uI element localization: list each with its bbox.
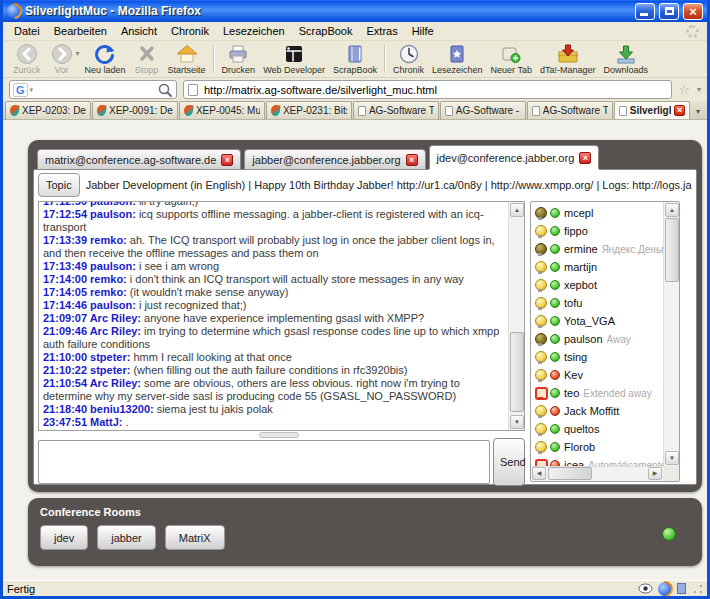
scroll-left-icon[interactable]: ◀ — [532, 467, 546, 480]
roster-scrollbar[interactable]: ▲ ▼ — [663, 202, 679, 466]
tab-favicon — [183, 104, 193, 116]
menu-item[interactable]: Hilfe — [405, 23, 441, 39]
forward-button[interactable]: Vor — [45, 42, 79, 76]
menu-item[interactable]: Datei — [7, 23, 47, 39]
menu-item[interactable]: Extras — [359, 23, 404, 39]
back-label: Zurück — [13, 65, 41, 75]
tab-favicon — [270, 104, 280, 116]
search-bar[interactable]: G ▾ — [9, 80, 177, 99]
roster-item[interactable]: Jack Moffitt — [531, 402, 663, 420]
browser-tab[interactable]: Silverligh... × — [614, 101, 690, 119]
scroll-down-icon[interactable]: ▼ — [510, 415, 524, 429]
downloads-button[interactable]: Downloads — [600, 42, 653, 76]
message-time-nick: 21:10:22 stpeter: — [43, 364, 130, 376]
scroll-right-icon[interactable]: ▶ — [648, 467, 662, 480]
status-text: Fertig — [7, 583, 633, 595]
tab-close-icon[interactable]: × — [674, 105, 685, 116]
roster-item[interactable]: Yota_VGA — [531, 312, 663, 330]
adblock-eye-icon[interactable] — [638, 583, 653, 594]
room-button[interactable]: jdev — [40, 525, 88, 550]
tab-list-dropdown-icon[interactable]: ▾ — [691, 103, 705, 119]
room-close-icon[interactable]: × — [579, 152, 591, 164]
roster-scroll-thumb[interactable] — [665, 218, 679, 282]
message-input[interactable] — [38, 440, 490, 484]
tab-favicon — [9, 104, 19, 116]
message-time-nick: 23:47:51 MattJ: — [43, 416, 122, 428]
menu-item[interactable]: Bearbeiten — [47, 23, 114, 39]
chat-scroll-thumb[interactable] — [510, 332, 524, 412]
bookmarks-button[interactable]: Lesezeichen — [428, 42, 487, 76]
roster-item[interactable]: fippo — [531, 222, 663, 240]
browser-tab[interactable]: AG-Software T... × — [353, 101, 439, 119]
roster-item[interactable]: Kev — [531, 366, 663, 384]
room-tab[interactable]: jdev@conference.jabber.org × — [429, 145, 600, 169]
roster-item[interactable]: martijn — [531, 258, 663, 276]
history-dropdown-icon[interactable]: ▾ — [76, 49, 80, 58]
firefox-status-icon[interactable] — [658, 582, 672, 596]
scrapbook-button[interactable]: ScrapBook — [329, 42, 381, 76]
webdeveloper-button[interactable]: Web Developer — [259, 42, 329, 76]
browser-tab[interactable]: AG-Software - ... × — [440, 101, 526, 119]
roster-item[interactable]: tsing — [531, 348, 663, 366]
reload-button[interactable]: Neu laden — [81, 42, 130, 76]
roster-item[interactable]: Florob — [531, 438, 663, 456]
roster-item[interactable]: teo Extended away — [531, 384, 663, 402]
chat-scrollbar[interactable]: ▲ ▼ — [508, 202, 524, 430]
stop-button[interactable]: Stopp — [130, 42, 164, 76]
url-input[interactable] — [202, 83, 667, 97]
roster-hscrollbar[interactable]: ◀ ▶ — [531, 466, 663, 481]
browser-tab[interactable]: AG-Software T... × — [527, 101, 613, 119]
chat-log[interactable]: 17:12:50 paulson:ill try again;) 17:12:5… — [38, 201, 525, 431]
topic-button[interactable]: Topic — [38, 173, 80, 197]
room-tab[interactable]: jabber@conference.jabber.org × — [244, 149, 425, 169]
chat-message: 21:10:00 stpeter:hmm I recall looking at… — [43, 351, 503, 364]
scroll-up-icon[interactable]: ▲ — [510, 203, 524, 217]
room-close-icon[interactable]: × — [221, 154, 233, 166]
bookmark-dropdown-icon[interactable]: ▾ — [697, 85, 701, 94]
topic-row: Topic Jabber Development (in English) | … — [34, 170, 696, 200]
menu-item[interactable]: ScrapBook — [292, 23, 360, 39]
maximize-button[interactable] — [659, 3, 679, 20]
occupant-roster: mcepl fippo ermine Яндекс.Деньги — [530, 201, 680, 482]
scrapbook-status-icon[interactable] — [677, 583, 686, 594]
back-button[interactable]: Zurück — [9, 42, 45, 76]
browser-tab[interactable]: XEP-0091: Del... × — [92, 101, 178, 119]
roster-status-text: Extended away — [583, 388, 651, 399]
room-button[interactable]: jabber — [97, 525, 156, 550]
room-button[interactable]: MatriX — [165, 525, 225, 550]
roster-item[interactable]: paulson Away — [531, 330, 663, 348]
browser-tab[interactable]: XEP-0045: Mult... × — [179, 101, 265, 119]
history-button[interactable]: Chronik — [389, 42, 428, 76]
roster-item[interactable]: mcepl — [531, 204, 663, 222]
print-button[interactable]: Drucken — [218, 42, 260, 76]
roster-item[interactable]: tofu — [531, 294, 663, 312]
send-button[interactable]: Send — [493, 438, 525, 486]
bookmark-star-icon[interactable]: ☆ — [678, 83, 690, 96]
roster-hscroll-thumb[interactable] — [548, 467, 592, 480]
tab-favicon — [358, 106, 366, 116]
menu-item[interactable]: Lesezeichen — [216, 23, 292, 39]
scroll-down-icon[interactable]: ▼ — [665, 451, 679, 465]
newtab-button[interactable]: Neuer Tab — [487, 42, 536, 76]
menu-item[interactable]: Chronik — [164, 23, 216, 39]
resize-grip[interactable] — [693, 584, 703, 594]
presence-icon — [550, 406, 560, 416]
menu-item[interactable]: Ansicht — [114, 23, 164, 39]
room-tab[interactable]: matrix@conference.ag-software.de × — [37, 149, 241, 169]
splitter-handle[interactable] — [259, 432, 299, 438]
browser-tab[interactable]: XEP-0203: Del... × — [5, 101, 91, 119]
roster-item[interactable]: jcea Automáticamente — [531, 456, 663, 466]
roster-item[interactable]: xepbot — [531, 276, 663, 294]
dta-manager-button[interactable]: dTa!-Manager — [536, 42, 600, 76]
url-bar[interactable] — [183, 80, 672, 99]
search-input[interactable] — [35, 83, 155, 97]
browser-tab[interactable]: XEP-0231: Bits ... × — [266, 101, 352, 119]
roster-item[interactable]: ermine Яндекс.Деньги — [531, 240, 663, 258]
roster-item[interactable]: queltos — [531, 420, 663, 438]
scroll-up-icon[interactable]: ▲ — [665, 203, 679, 217]
minimize-button[interactable] — [635, 3, 655, 20]
room-close-icon[interactable]: × — [406, 154, 418, 166]
close-button[interactable]: × — [683, 3, 703, 20]
search-engine-dropdown-icon[interactable]: ▾ — [30, 86, 34, 94]
home-button[interactable]: Startseite — [164, 42, 210, 76]
